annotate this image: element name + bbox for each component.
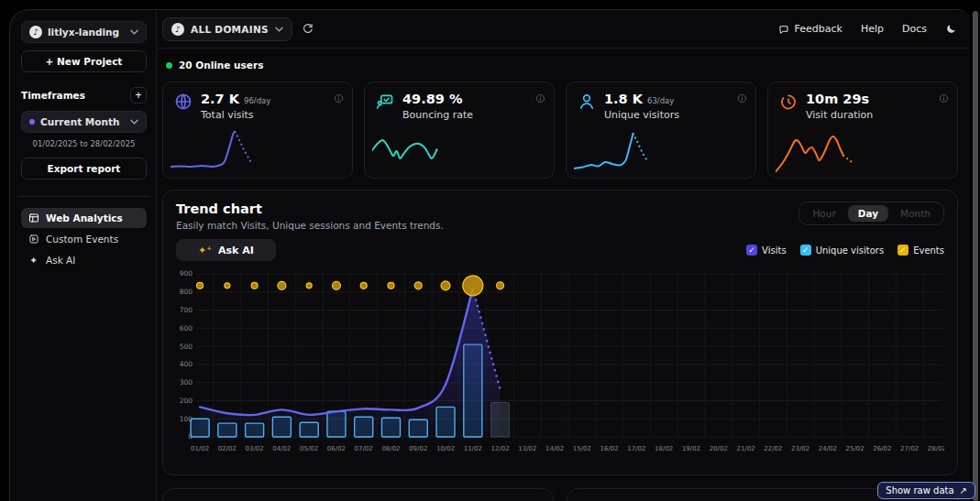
nav-label: Web Analytics <box>46 212 123 223</box>
bottom-panels: Top Sources Top Pages <box>162 488 958 501</box>
refresh-icon[interactable] <box>302 23 314 35</box>
svg-text:900: 900 <box>180 270 193 278</box>
app-window: ♪ litlyx-landing + New Project Timeframe… <box>9 9 970 501</box>
stat-value: 49.89 % <box>402 92 462 106</box>
stat-label: Total visits <box>201 109 270 121</box>
svg-text:19/02: 19/02 <box>682 445 700 452</box>
timeframe-dot-icon <box>29 119 35 125</box>
svg-text:06/02: 06/02 <box>327 445 346 452</box>
checkbox-visits[interactable]: ✓ <box>746 245 757 256</box>
moon-icon[interactable] <box>945 23 957 35</box>
topbar: ♪ ALL DOMAINS Feedback Help Docs <box>157 10 970 49</box>
stat-cards-row: 2.7 K 96/day Total visits <box>162 82 958 179</box>
online-dot-icon <box>166 62 172 69</box>
svg-text:24/02: 24/02 <box>819 445 837 452</box>
top-sources-panel: Top Sources <box>162 488 554 501</box>
docs-button[interactable]: Docs <box>902 23 927 35</box>
domains-selector[interactable]: ♪ ALL DOMAINS <box>162 17 292 41</box>
online-users: 20 Online users <box>162 58 958 72</box>
legend-events[interactable]: ✓ Events <box>897 245 944 256</box>
sidebar-item-custom-events[interactable]: Custom Events <box>21 229 147 249</box>
project-selector[interactable]: ♪ litlyx-landing <box>21 21 147 43</box>
svg-text:21/02: 21/02 <box>736 445 754 452</box>
trend-chart-svg: 010020030040050060070080090001/0202/0203… <box>176 267 944 463</box>
timeframe-selector[interactable]: Current Month <box>21 111 147 133</box>
sidebar-divider <box>17 196 150 197</box>
vertical-scrollbar[interactable] <box>973 11 978 501</box>
svg-text:15/02: 15/02 <box>573 445 591 452</box>
info-icon[interactable] <box>334 90 344 107</box>
stat-card-unique-visitors: 1.8 K 63/day Unique visitors <box>566 82 756 179</box>
checkbox-unique-visitors[interactable]: ✓ <box>800 245 811 256</box>
svg-text:28/02: 28/02 <box>928 445 944 452</box>
svg-text:18/02: 18/02 <box>655 445 673 452</box>
custom-events-icon <box>28 234 39 245</box>
tab-month[interactable]: Month <box>890 205 941 222</box>
web-analytics-icon <box>28 212 39 224</box>
stat-label: Unique visitors <box>604 109 679 121</box>
svg-text:16/02: 16/02 <box>600 445 619 452</box>
show-raw-data-button[interactable]: Show raw data ↗ <box>877 482 975 499</box>
svg-text:07/02: 07/02 <box>355 445 373 452</box>
nav-label: Ask AI <box>46 255 75 266</box>
timeframe-date-range: 01/02/2025 to 28/02/2025 <box>21 139 147 148</box>
timeframe-value: Current Month <box>40 116 119 127</box>
sparkles-icon: ✦⁺ <box>198 245 212 256</box>
sparkline-visit-duration <box>776 127 950 173</box>
info-icon[interactable] <box>535 90 545 107</box>
help-button[interactable]: Help <box>861 23 884 35</box>
add-timeframe-button[interactable]: + <box>130 87 147 103</box>
sidebar: ♪ litlyx-landing + New Project Timeframe… <box>10 10 157 501</box>
sparkline-unique-visitors <box>574 127 748 173</box>
stat-label: Bouncing rate <box>402 109 473 121</box>
trend-chart-card: Trend chart Easily match Visits, Unique … <box>162 190 958 475</box>
tab-day[interactable]: Day <box>848 205 888 222</box>
sparkline-bouncing-rate <box>372 127 546 173</box>
person-icon <box>578 93 596 111</box>
tab-hour[interactable]: Hour <box>802 205 845 222</box>
stat-card-visit-duration: 10m 29s Visit duration <box>767 82 958 179</box>
svg-text:02/02: 02/02 <box>218 445 237 452</box>
svg-text:01/02: 01/02 <box>191 445 209 452</box>
ask-ai-button[interactable]: ✦⁺ Ask AI <box>176 239 276 261</box>
svg-text:09/02: 09/02 <box>409 445 427 452</box>
svg-text:600: 600 <box>180 324 193 332</box>
export-report-button[interactable]: Export report <box>21 158 147 180</box>
svg-text:800: 800 <box>180 288 193 296</box>
svg-text:08/02: 08/02 <box>381 445 400 452</box>
stat-label: Visit duration <box>806 109 873 121</box>
info-icon[interactable] <box>939 90 949 107</box>
svg-text:12/02: 12/02 <box>490 445 509 452</box>
svg-text:700: 700 <box>180 306 193 314</box>
trend-subtitle: Easily match Visits, Unique sessions and… <box>176 220 444 231</box>
external-link-icon: ↗ <box>960 485 967 496</box>
project-name: litlyx-landing <box>48 27 119 38</box>
svg-text:14/02: 14/02 <box>545 445 564 452</box>
sparkline-total-visits <box>171 127 345 173</box>
svg-text:22/02: 22/02 <box>764 445 782 452</box>
granularity-tabs: Hour Day Month <box>798 201 944 225</box>
nav-label: Custom Events <box>46 234 118 245</box>
legend-visits[interactable]: ✓ Visits <box>746 245 787 256</box>
info-icon[interactable] <box>737 90 747 107</box>
stat-value: 1.8 K <box>604 92 643 106</box>
content: 20 Online users 2.7 K 96/day <box>157 49 970 501</box>
online-users-text: 20 Online users <box>179 60 263 71</box>
feedback-button[interactable]: Feedback <box>778 23 842 35</box>
sidebar-item-web-analytics[interactable]: Web Analytics <box>21 208 147 228</box>
svg-text:300: 300 <box>180 378 193 387</box>
chart-legend: ✓ Visits ✓ Unique visitors ✓ Events <box>746 245 944 256</box>
legend-unique-visitors[interactable]: ✓ Unique visitors <box>800 245 885 256</box>
svg-text:05/02: 05/02 <box>300 445 318 452</box>
svg-text:11/02: 11/02 <box>464 445 482 452</box>
svg-text:20/02: 20/02 <box>710 445 728 452</box>
svg-text:500: 500 <box>180 343 193 351</box>
svg-text:26/02: 26/02 <box>873 445 891 452</box>
svg-text:13/02: 13/02 <box>518 445 536 452</box>
new-project-button[interactable]: + New Project <box>21 50 147 72</box>
sidebar-item-ask-ai[interactable]: ✦ Ask AI <box>21 250 147 270</box>
trend-chart[interactable]: 010020030040050060070080090001/0202/0203… <box>176 267 944 463</box>
checkbox-events[interactable]: ✓ <box>897 245 908 256</box>
trend-title: Trend chart <box>176 201 444 216</box>
stat-value: 10m 29s <box>806 92 869 106</box>
